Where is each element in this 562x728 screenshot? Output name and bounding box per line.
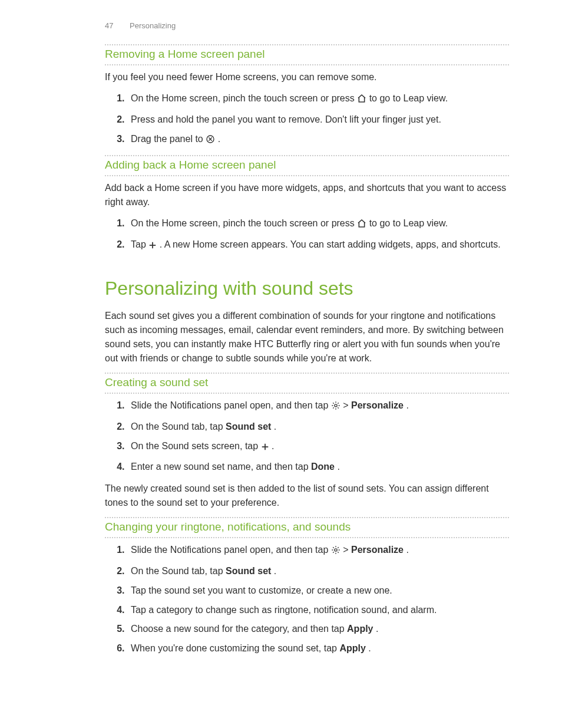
step-text: to go to Leap view. bbox=[369, 218, 448, 228]
step-text: . bbox=[406, 400, 408, 410]
step-item: On the Sound sets screen, tap . bbox=[127, 439, 509, 456]
step-bold: Apply bbox=[339, 643, 365, 653]
divider bbox=[105, 393, 509, 394]
divider bbox=[105, 373, 509, 374]
step-item: Drag the panel to . bbox=[127, 132, 509, 149]
step-text: Choose a new sound for the category, and… bbox=[131, 624, 347, 634]
steps-changing: Slide the Notifications panel open, and … bbox=[112, 543, 509, 656]
divider bbox=[105, 517, 509, 518]
step-bold: Sound set bbox=[226, 566, 271, 576]
step-text: Tap the sound set you want to customize,… bbox=[131, 585, 392, 595]
paragraph: Each sound set gives you a different com… bbox=[105, 309, 509, 365]
plus-icon bbox=[261, 441, 269, 456]
step-text: . bbox=[274, 566, 276, 576]
step-text: . bbox=[274, 421, 276, 431]
step-text: . bbox=[368, 643, 371, 653]
step-bold: Apply bbox=[347, 624, 373, 634]
step-item: Choose a new sound for the category, and… bbox=[127, 622, 509, 637]
paragraph: Add back a Home screen if you have more … bbox=[105, 181, 509, 209]
step-item: On the Sound tab, tap Sound set . bbox=[127, 420, 509, 434]
heading-sound-sets: Personalizing with sound sets bbox=[105, 278, 509, 299]
plus-icon bbox=[148, 239, 157, 254]
settings-gear-icon bbox=[331, 545, 340, 559]
step-text: Tap bbox=[131, 239, 148, 249]
subheading-adding: Adding back a Home screen panel bbox=[105, 157, 509, 172]
remove-circle-x-icon bbox=[206, 134, 215, 149]
home-icon bbox=[357, 93, 366, 108]
step-text: Tap a category to change such as rington… bbox=[131, 605, 437, 615]
step-text: . bbox=[272, 441, 274, 451]
subheading-changing: Changing your ringtone, notifications, a… bbox=[105, 519, 509, 533]
divider bbox=[105, 537, 509, 538]
step-item: Press and hold the panel you want to rem… bbox=[127, 113, 509, 127]
paragraph: The newly created sound set is then adde… bbox=[105, 482, 509, 510]
page-number: 47 bbox=[105, 21, 113, 30]
page-header: 47 Personalizing bbox=[105, 21, 509, 30]
settings-gear-icon bbox=[331, 400, 340, 415]
step-text: Drag the panel to bbox=[131, 134, 206, 144]
step-item: On the Sound tab, tap Sound set . bbox=[127, 564, 509, 579]
step-text: On the Sound tab, tap bbox=[131, 566, 226, 576]
subheading-creating: Creating a sound set bbox=[105, 375, 509, 389]
step-item: When you're done customizing the sound s… bbox=[127, 641, 509, 656]
step-text: . bbox=[218, 134, 220, 144]
step-item: On the Home screen, pinch the touch scre… bbox=[127, 91, 509, 108]
step-bold: Personalize bbox=[351, 400, 404, 410]
step-text: . A new Home screen appears. You can sta… bbox=[160, 239, 501, 249]
step-text: Press and hold the panel you want to rem… bbox=[131, 114, 441, 124]
step-item: Tap . A new Home screen appears. You can… bbox=[127, 238, 509, 254]
steps-removing: On the Home screen, pinch the touch scre… bbox=[112, 91, 509, 148]
steps-creating: Slide the Notifications panel open, and … bbox=[112, 398, 509, 475]
divider bbox=[105, 64, 509, 65]
step-item: Enter a new sound set name, and then tap… bbox=[127, 460, 509, 475]
step-item: Slide the Notifications panel open, and … bbox=[127, 398, 509, 415]
step-text: . bbox=[376, 624, 378, 634]
step-text: On the Home screen, pinch the touch scre… bbox=[131, 218, 357, 228]
steps-adding: On the Home screen, pinch the touch scre… bbox=[112, 216, 509, 254]
home-icon bbox=[357, 218, 366, 233]
step-item: Tap the sound set you want to customize,… bbox=[127, 584, 509, 598]
step-item: On the Home screen, pinch the touch scre… bbox=[127, 216, 509, 233]
step-bold: Done bbox=[311, 462, 335, 472]
step-text: On the Sound sets screen, tap bbox=[131, 441, 261, 451]
divider bbox=[105, 44, 509, 45]
step-text: On the Home screen, pinch the touch scre… bbox=[131, 93, 357, 103]
svg-point-1 bbox=[335, 404, 337, 407]
subheading-removing: Removing a Home screen panel bbox=[105, 47, 509, 61]
step-bold: Sound set bbox=[226, 421, 271, 431]
step-text: Enter a new sound set name, and then tap bbox=[131, 462, 311, 472]
section-name: Personalizing bbox=[130, 21, 176, 30]
divider bbox=[105, 175, 509, 176]
svg-point-2 bbox=[335, 549, 337, 551]
divider bbox=[105, 155, 509, 156]
step-text: > bbox=[343, 545, 351, 555]
step-text: . bbox=[406, 545, 408, 555]
step-text: On the Sound tab, tap bbox=[131, 421, 226, 431]
step-text: Slide the Notifications panel open, and … bbox=[131, 545, 331, 555]
step-bold: Personalize bbox=[351, 545, 404, 555]
paragraph: If you feel you need fewer Home screens,… bbox=[105, 70, 509, 84]
step-item: Slide the Notifications panel open, and … bbox=[127, 543, 509, 559]
step-text: Slide the Notifications panel open, and … bbox=[131, 400, 331, 410]
step-item: Tap a category to change such as rington… bbox=[127, 603, 509, 618]
step-text: . bbox=[337, 462, 339, 472]
step-text: to go to Leap view. bbox=[369, 93, 448, 103]
document-page: 47 Personalizing Removing a Home screen … bbox=[0, 0, 562, 728]
step-text: > bbox=[343, 400, 351, 410]
step-text: When you're done customizing the sound s… bbox=[131, 643, 339, 653]
